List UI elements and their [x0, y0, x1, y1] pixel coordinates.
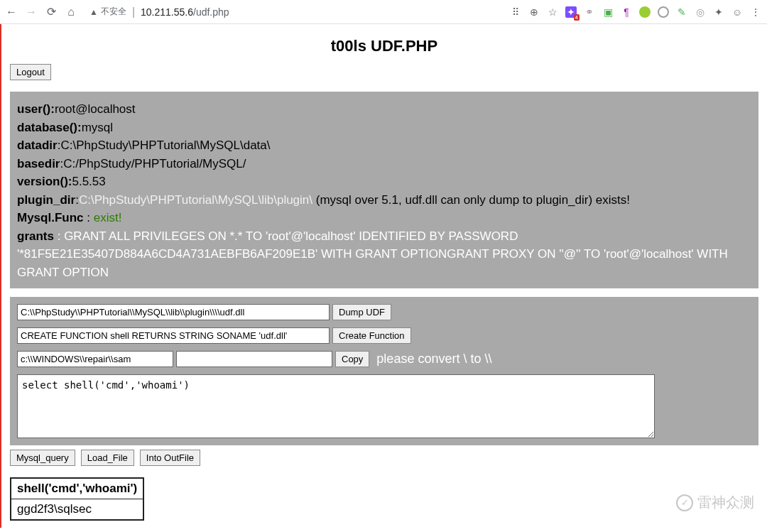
dump-path-input[interactable] [17, 304, 330, 320]
create-function-row: Create Function [17, 327, 751, 344]
info-user: user():root@localhost [17, 100, 751, 119]
extension-purple-icon[interactable]: ✦ [565, 6, 577, 18]
home-icon[interactable]: ⌂ [65, 6, 77, 18]
table-row: ggd2f3\sqlsec [11, 499, 143, 521]
extension-bookmark2-icon[interactable]: ✎ [676, 6, 687, 18]
menu-icon[interactable]: ⋮ [750, 6, 761, 18]
copy-button[interactable]: Copy [335, 351, 369, 367]
page-title: t00ls UDF.PHP [10, 37, 758, 55]
bookmark-icon[interactable]: ☆ [547, 6, 558, 18]
logout-button[interactable]: Logout [10, 64, 51, 80]
page-content: t00ls UDF.PHP Logout user():root@localho… [0, 24, 767, 528]
profile-icon[interactable]: ☺ [731, 6, 743, 18]
copy-dst-input[interactable] [176, 351, 332, 367]
browser-toolbar: ← → ⟳ ⌂ ▲ 不安全 | 10.211.55.6/udf.php ⠿ ⊕ … [0, 0, 767, 24]
zoom-icon[interactable]: ⊕ [528, 6, 540, 18]
translate-icon[interactable]: ⠿ [510, 6, 521, 18]
address-bar[interactable]: ▲ 不安全 | 10.211.55.6/udf.php [84, 3, 503, 21]
extension-pilcrow-icon[interactable]: ¶ [621, 6, 632, 18]
create-function-button[interactable]: Create Function [332, 327, 411, 344]
reload-icon[interactable]: ⟳ [45, 5, 57, 18]
dump-udf-row: Dump UDF [17, 304, 751, 320]
extension-chain-icon[interactable]: ⚭ [584, 6, 595, 18]
extension-settings-icon[interactable]: ◎ [695, 6, 706, 18]
separator: | [132, 6, 135, 18]
watermark-text: 雷神众测 [697, 493, 754, 512]
result-header-cell: shell('cmd','whoami') [11, 478, 143, 499]
copy-row: Copy please convert \ to \\ [17, 351, 751, 367]
server-info-panel: user():root@localhost database():mysql d… [10, 92, 758, 288]
info-version: version():5.5.53 [17, 173, 751, 191]
info-mysql-func: Mysql.Func : exist! [17, 209, 751, 227]
back-icon[interactable]: ← [6, 6, 17, 18]
forms-panel: Dump UDF Create Function Copy please con… [10, 297, 758, 445]
security-text: 不安全 [101, 6, 126, 18]
query-buttons-row: Mysql_query Load_File Into OutFile [10, 450, 758, 466]
watermark: ✓ 雷神众测 [676, 493, 754, 512]
extensions-icon[interactable]: ✦ [713, 6, 724, 18]
info-basedir: basedir:C:/PhpStudy/PHPTutorial/MySQL/ [17, 155, 751, 173]
logout-wrap: Logout [10, 64, 758, 80]
nav-buttons: ← → ⟳ ⌂ [6, 5, 77, 18]
extension-green-dot-icon[interactable] [639, 6, 651, 18]
into-outfile-button[interactable]: Into OutFile [140, 450, 200, 466]
result-value-cell: ggd2f3\sqlsec [11, 499, 143, 521]
extension-icons: ⠿ ⊕ ☆ ✦ ⚭ ▣ ¶ ✎ ◎ ✦ ☺ ⋮ [510, 6, 761, 18]
result-table: shell('cmd','whoami') ggd2f3\sqlsec [10, 477, 144, 521]
mysql-query-button[interactable]: Mysql_query [10, 450, 75, 466]
info-datadir: datadir:C:\PhpStudy\PHPTutorial\MySQL\da… [17, 136, 751, 155]
info-plugin-dir: plugin_dir:C:\PhpStudy\PHPTutorial\MySQL… [17, 191, 751, 210]
dump-udf-button[interactable]: Dump UDF [332, 304, 391, 320]
url-text: 10.211.55.6/udf.php [141, 6, 229, 18]
forward-icon[interactable]: → [26, 6, 37, 18]
table-row: shell('cmd','whoami') [11, 478, 143, 499]
extension-block-icon[interactable] [658, 6, 669, 18]
info-grants: grants : GRANT ALL PRIVILEGES ON *.* TO … [17, 227, 751, 282]
load-file-button[interactable]: Load_File [81, 450, 134, 466]
extension-image-icon[interactable]: ▣ [602, 6, 614, 18]
watermark-icon: ✓ [676, 494, 693, 511]
convert-note: please convert \ to \\ [376, 352, 491, 367]
query-textarea[interactable]: select shell('cmd','whoami') [17, 374, 655, 438]
copy-src-input[interactable] [17, 351, 173, 367]
warning-icon: ▲ [89, 7, 98, 17]
info-database: database():mysql [17, 119, 751, 137]
create-function-input[interactable] [17, 327, 330, 344]
security-warning: ▲ 不安全 [89, 6, 126, 18]
